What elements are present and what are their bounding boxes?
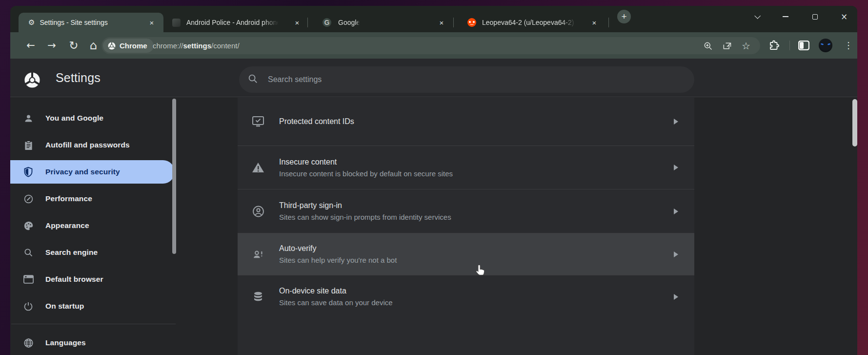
tab-title: Google — [338, 19, 360, 26]
sidebar-item-label: Performance — [45, 194, 92, 203]
reload-icon[interactable]: ↻ — [69, 40, 78, 51]
search-settings-input[interactable]: Search settings — [239, 66, 694, 93]
home-icon[interactable]: ⌂ — [89, 40, 97, 51]
tab-separator — [608, 18, 609, 27]
tab-title: Settings - Site settings — [40, 19, 107, 26]
chevron-right-icon — [674, 209, 678, 214]
close-tab-icon[interactable]: × — [147, 18, 157, 27]
row-subtitle: Insecure content is blocked by default o… — [279, 169, 694, 178]
sidebar-item-you-and-google[interactable]: You and Google — [10, 106, 175, 130]
reddit-icon — [467, 18, 476, 27]
sidebar-item-default-browser[interactable]: Default browser — [10, 268, 175, 291]
tab-reddit[interactable]: Leopeva64-2 (u/Leopeva64-2) - × — [459, 13, 603, 32]
menu-icon[interactable]: ⋮ — [844, 40, 853, 50]
chevron-right-icon — [674, 251, 678, 257]
avatar[interactable] — [819, 39, 832, 52]
globe-icon — [22, 338, 35, 348]
row-on-device-site-data[interactable]: On-device site data Sites can save data … — [238, 275, 694, 318]
forward-icon[interactable]: → — [47, 41, 56, 51]
row-title: On-device site data — [279, 287, 694, 295]
mouse-cursor — [475, 264, 486, 279]
settings-header: Settings Search settings — [10, 59, 857, 97]
gear-icon: ⚙ — [28, 18, 35, 27]
maximize-icon[interactable] — [808, 10, 821, 23]
row-insecure-content[interactable]: Insecure content Insecure content is blo… — [238, 146, 694, 189]
page-title: Settings — [56, 71, 101, 85]
tab-google[interactable]: G Google × — [314, 13, 460, 32]
warning-icon — [250, 162, 266, 173]
row-subtitle: Sites can help verify you're not a bot — [279, 256, 694, 264]
sidebar-scrollbar[interactable] — [172, 99, 176, 254]
sidebar-item-privacy-security[interactable]: Privacy and security — [10, 160, 175, 184]
zoom-icon[interactable] — [703, 41, 713, 51]
sidebar-item-on-startup[interactable]: On startup — [10, 294, 175, 318]
tab-settings[interactable]: ⚙ Settings - Site settings × — [19, 13, 163, 32]
screen-check-icon — [250, 116, 266, 127]
tab-separator — [307, 18, 308, 27]
chevron-right-icon — [674, 165, 678, 170]
url-text[interactable]: chrome://settings/content/ — [153, 42, 240, 50]
bookmark-star-icon[interactable]: ☆ — [741, 41, 751, 51]
sidebar-item-label: Languages — [45, 338, 86, 347]
settings-content: You and Google Autofill and passwords Pr… — [10, 97, 857, 355]
row-subtitle: Sites can show sign-in prompts from iden… — [279, 213, 694, 221]
new-tab-button[interactable]: + — [617, 10, 631, 23]
page-scrollbar[interactable] — [852, 99, 857, 146]
android-police-icon — [172, 19, 181, 27]
chevron-right-icon — [674, 119, 678, 125]
sidebar-item-label: On startup — [45, 302, 84, 311]
row-title: Auto-verify — [279, 244, 694, 253]
sidebar-item-label: Privacy and security — [45, 167, 120, 176]
shield-icon — [22, 167, 35, 177]
address-bar[interactable]: Chrome chrome://settings/content/ ☆ — [101, 37, 760, 54]
sidebar-item-label: Default browser — [45, 275, 103, 284]
sidebar-item-label: Autofill and passwords — [45, 141, 130, 149]
sidebar-item-label: You and Google — [45, 114, 103, 123]
row-protected-content-ids[interactable]: Protected content IDs — [238, 98, 694, 146]
sidebar-item-performance[interactable]: Performance — [10, 187, 175, 210]
database-icon — [250, 291, 266, 303]
row-title: Third-party sign-in — [279, 201, 694, 210]
tab-search-icon[interactable] — [750, 10, 763, 23]
row-title: Protected content IDs — [279, 117, 694, 126]
back-icon[interactable]: ← — [26, 41, 35, 51]
chip-label: Chrome — [120, 42, 147, 50]
minimize-icon[interactable] — [779, 10, 792, 23]
close-tab-icon[interactable]: × — [437, 18, 446, 27]
browser-icon — [22, 275, 35, 284]
tab-separator — [453, 18, 454, 27]
palette-icon — [22, 221, 35, 231]
chrome-url-chip[interactable]: Chrome — [103, 39, 154, 53]
search-icon — [247, 73, 258, 86]
settings-sidebar: You and Google Autofill and passwords Pr… — [10, 97, 179, 355]
close-tab-icon[interactable]: × — [292, 18, 302, 27]
sidebar-item-autofill[interactable]: Autofill and passwords — [10, 133, 175, 157]
tab-strip: ⚙ Settings - Site settings × Android Pol… — [10, 6, 857, 32]
row-auto-verify[interactable]: Auto-verify Sites can help verify you're… — [238, 233, 694, 275]
chevron-right-icon — [674, 294, 678, 300]
person-icon — [22, 113, 35, 124]
tab-title: Android Police - Android phone — [186, 19, 281, 26]
row-third-party-sign-in[interactable]: Third-party sign-in Sites can show sign-… — [238, 189, 694, 233]
clipboard-icon — [22, 140, 35, 150]
share-icon[interactable] — [722, 41, 732, 51]
row-title: Insecure content — [279, 158, 694, 167]
browser-toolbar: ← → ↻ ⌂ Chrome chrome://settings/content… — [10, 32, 857, 59]
site-settings-list: Protected content IDs Insecure content I… — [238, 98, 694, 355]
person-circle-icon — [250, 205, 266, 217]
google-icon: G — [323, 18, 331, 27]
extensions-icon[interactable] — [768, 40, 780, 53]
sidebar-item-languages[interactable]: Languages — [10, 331, 175, 355]
sidebar-item-search-engine[interactable]: Search engine — [10, 241, 175, 264]
speedometer-icon — [22, 194, 35, 204]
chrome-settings-logo-icon — [24, 72, 40, 90]
toolbar-separator — [789, 41, 790, 50]
power-icon — [22, 301, 35, 311]
close-window-icon[interactable]: × — [838, 10, 850, 23]
close-tab-icon[interactable]: × — [589, 18, 599, 27]
sidebar-divider — [11, 324, 176, 324]
side-panel-icon[interactable] — [798, 41, 809, 52]
sidebar-item-appearance[interactable]: Appearance — [10, 214, 175, 237]
browser-window: ⚙ Settings - Site settings × Android Pol… — [10, 6, 857, 355]
tab-android-police[interactable]: Android Police - Android phone × — [167, 13, 314, 32]
